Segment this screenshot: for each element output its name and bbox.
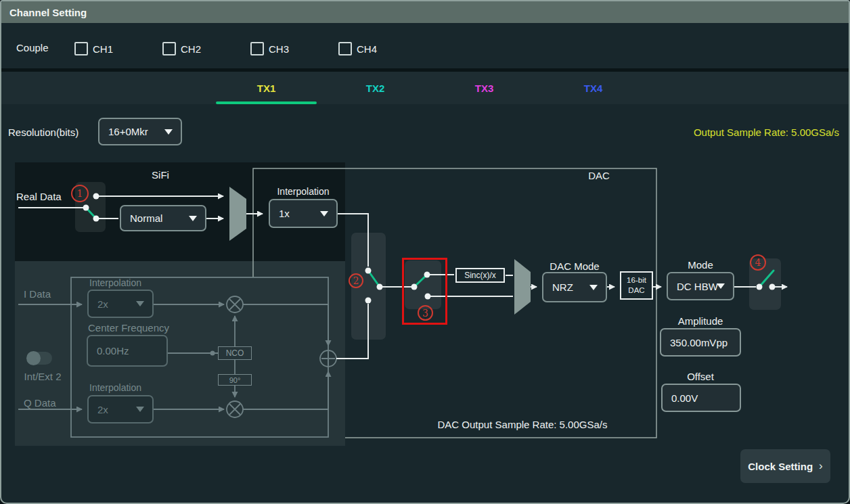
checkbox-ch3[interactable]: CH3 — [250, 42, 289, 55]
mode-label: Mode — [660, 259, 741, 271]
chevron-down-icon — [136, 301, 144, 306]
checkbox-ch2[interactable]: CH2 — [162, 42, 201, 55]
i-interpolation-label: Interpolation — [89, 277, 141, 288]
amplitude-value: 350.00mVpp — [670, 337, 728, 348]
sifi-title: SiFi — [137, 169, 184, 181]
sinc-filter-block: Sinc(x)/x — [455, 268, 505, 283]
clock-setting-label: Clock Setting — [748, 461, 813, 472]
couple-label: Couple — [16, 42, 49, 53]
annotation-2: 2 — [349, 273, 363, 288]
i-data-label: I Data — [24, 288, 51, 300]
checkbox-ch1-box[interactable] — [74, 42, 88, 55]
checkbox-ch4[interactable]: CH4 — [338, 42, 377, 55]
checkbox-ch2-box[interactable] — [162, 42, 176, 55]
clock-setting-button[interactable]: Clock Setting › — [740, 449, 830, 483]
dac-16bit-block: 16-bit DAC — [620, 271, 653, 300]
chevron-down-icon — [189, 216, 197, 221]
dac-mode-dropdown[interactable]: NRZ — [542, 272, 607, 302]
tx-tab-bar: TX1 TX2 TX3 TX4 — [1, 72, 849, 104]
int-ext-toggle[interactable] — [27, 352, 52, 365]
interpolation-value: 1x — [279, 208, 290, 219]
tab-tx1[interactable]: TX1 — [212, 72, 321, 104]
dac-mode-value: NRZ — [552, 281, 573, 293]
toggle-knob-icon — [26, 351, 41, 365]
sifi-mode-value: Normal — [130, 212, 162, 224]
interpolation-label: Interpolation — [263, 186, 344, 197]
mode-value: DC HBW — [677, 281, 718, 292]
real-data-label: Real Data — [16, 191, 62, 202]
iq-panel-disabled — [15, 261, 345, 446]
dac-title: DAC — [579, 170, 619, 181]
sifi-mode-dropdown[interactable]: Normal — [120, 205, 206, 231]
center-frequency-label: Center Frequency — [88, 322, 169, 334]
annotation-3: 3 — [418, 305, 433, 321]
checkbox-ch4-label: CH4 — [357, 43, 377, 55]
chevron-right-icon: › — [819, 459, 823, 473]
mode-dropdown[interactable]: DC HBW — [667, 272, 734, 300]
offset-label: Offset — [660, 371, 741, 382]
output-sample-rate: Output Sample Rate: 5.00GSa/s — [694, 127, 839, 138]
q-interpolation-label: Interpolation — [89, 382, 141, 393]
checkbox-ch1-label: CH1 — [93, 43, 113, 55]
annotation-4: 4 — [750, 254, 766, 271]
int-ext-label: Int/Ext 2 — [19, 371, 66, 382]
switch-3-sinc-select[interactable] — [405, 260, 441, 309]
amplitude-field[interactable]: 350.00mVpp — [660, 328, 741, 357]
resolution-dropdown[interactable]: 16+0Mkr — [98, 118, 182, 145]
q-interpolation-value: 2x — [97, 404, 108, 415]
dac-mux-icon — [514, 259, 531, 315]
tab-tx4[interactable]: TX4 — [539, 72, 648, 104]
resolution-label: Resolution(bits) — [8, 127, 79, 138]
i-interpolation-value: 2x — [97, 298, 108, 310]
center-frequency-field[interactable]: 0.00Hz — [87, 335, 168, 367]
chevron-down-icon — [717, 283, 725, 289]
offset-value: 0.00V — [671, 392, 698, 404]
checkbox-ch2-label: CH2 — [181, 43, 201, 55]
dac-mode-label: DAC Mode — [534, 260, 615, 272]
tab-tx2[interactable]: TX2 — [321, 72, 430, 104]
amplitude-label: Amplitude — [660, 315, 741, 327]
chevron-down-icon — [589, 285, 598, 290]
dac-16bit-line2: DAC — [628, 285, 644, 296]
resolution-value: 16+0Mkr — [108, 126, 148, 137]
chevron-down-icon — [320, 211, 328, 216]
dac-output-rate: DAC Output Sample Rate: 5.00GSa/s — [380, 419, 665, 430]
checkbox-ch1[interactable]: CH1 — [74, 42, 113, 55]
q-interpolation-dropdown[interactable]: 2x — [87, 395, 154, 423]
tab-tx3[interactable]: TX3 — [430, 72, 539, 104]
center-frequency-value: 0.00Hz — [97, 345, 129, 357]
interpolation-dropdown[interactable]: 1x — [269, 199, 338, 228]
checkbox-ch3-box[interactable] — [250, 42, 264, 55]
nco-block: NCO — [218, 346, 252, 360]
channel-setting-window: Channel Setting Couple CH1 CH2 CH3 CH4 T… — [0, 0, 850, 504]
window-title: Channel Setting — [1, 1, 849, 23]
phase-90-block: 90° — [218, 374, 252, 386]
annotation-1: 1 — [71, 185, 89, 202]
dac-16bit-line1: 16-bit — [627, 275, 646, 285]
checkbox-ch4-box[interactable] — [338, 42, 352, 55]
checkbox-ch3-label: CH3 — [269, 43, 289, 55]
chevron-down-icon — [164, 129, 173, 135]
q-data-label: Q Data — [24, 397, 56, 409]
i-interpolation-dropdown[interactable]: 2x — [87, 290, 154, 318]
chevron-down-icon — [136, 407, 144, 412]
offset-field[interactable]: 0.00V — [661, 384, 741, 412]
